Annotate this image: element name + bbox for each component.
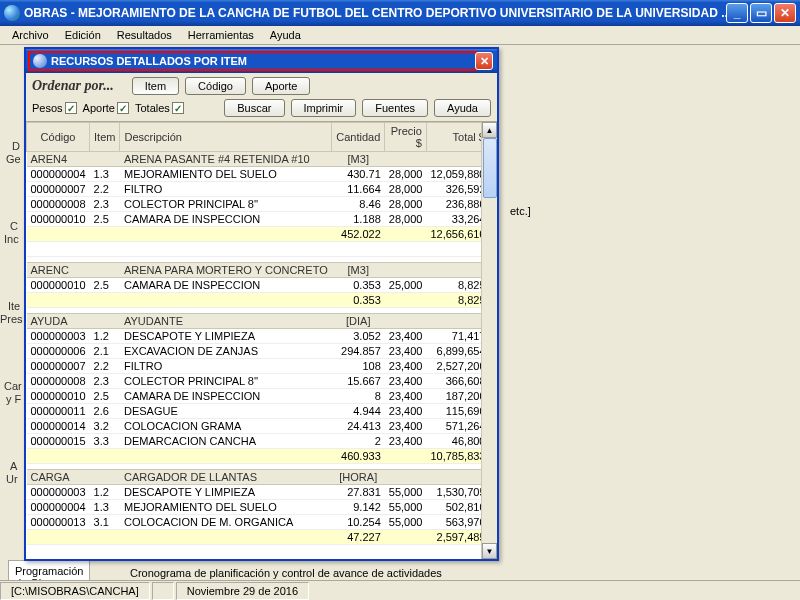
table-row[interactable]: 0000000082.3COLECTOR PRINCIPAL 8''8.4628… (27, 197, 498, 212)
header-item[interactable]: Item (90, 123, 120, 152)
header-cantidad[interactable]: Cantidad (332, 123, 385, 152)
dialog-close-button[interactable]: ✕ (475, 52, 493, 70)
menu-ayuda[interactable]: Ayuda (264, 27, 307, 43)
sort-aporte-button[interactable]: Aporte (252, 77, 310, 95)
table-row[interactable]: 0000000072.2FILTRO10823,4002,527,2001.58… (27, 359, 498, 374)
group-row[interactable]: AREN4ARENA PASANTE #4 RETENIDA #10[M3] (27, 152, 498, 167)
menubar: Archivo Edición Resultados Herramientas … (0, 26, 800, 45)
close-button[interactable]: ✕ (774, 3, 796, 23)
check-icon: ✓ (117, 102, 129, 114)
pesos-checkbox[interactable]: Pesos ✓ (32, 102, 77, 114)
table-row[interactable]: 0000000112.6DESAGUE4.94423,400115,6900.0… (27, 404, 498, 419)
status-path: [C:\MISOBRAS\CANCHA] (0, 582, 150, 600)
minimize-button[interactable]: _ (726, 3, 748, 23)
scroll-thumb[interactable] (483, 138, 497, 198)
table-row[interactable]: 0000000102.5CAMARA DE INSPECCION1.18828,… (27, 212, 498, 227)
menu-edicion[interactable]: Edición (59, 27, 107, 43)
dialog-title: RECURSOS DETALLADOS POR ITEM (51, 55, 247, 67)
selection-row (27, 242, 498, 257)
table-container: Código Item Descripción Cantidad Precio … (26, 122, 497, 559)
sort-codigo-button[interactable]: Código (185, 77, 246, 95)
scroll-up-icon[interactable]: ▲ (482, 122, 497, 138)
header-precio[interactable]: Precio $ (385, 123, 427, 152)
ordenar-label: Ordenar por... (32, 78, 114, 94)
recursos-dialog: RECURSOS DETALLADOS POR ITEM ✕ Ordenar p… (24, 47, 499, 561)
menu-archivo[interactable]: Archivo (6, 27, 55, 43)
fuentes-button[interactable]: Fuentes (362, 99, 428, 117)
menu-resultados[interactable]: Resultados (111, 27, 178, 43)
dialog-titlebar[interactable]: RECURSOS DETALLADOS POR ITEM ✕ (26, 49, 497, 73)
table-row[interactable]: 0000000102.5CAMARA DE INSPECCION823,4001… (27, 389, 498, 404)
recursos-table: Código Item Descripción Cantidad Precio … (26, 122, 497, 545)
dialog-toolbar: Ordenar por... Item Código Aporte Pesos … (26, 73, 497, 122)
scroll-down-icon[interactable]: ▼ (482, 543, 497, 559)
sort-item-button[interactable]: Item (132, 77, 179, 95)
main-window-title: OBRAS - MEJORAMIENTO DE LA CANCHA DE FUT… (24, 6, 726, 20)
dialog-icon (33, 54, 47, 68)
vertical-scrollbar[interactable]: ▲ ▼ (481, 122, 497, 559)
table-row[interactable]: 0000000102.5CAMARA DE INSPECCION0.35325,… (27, 278, 498, 293)
group-row[interactable]: ARENCARENA PARA MORTERO Y CONCRETO[M3] (27, 263, 498, 278)
subtotal-row: 460.93310,785,8336.720 (27, 449, 498, 464)
totales-checkbox[interactable]: Totales ✓ (135, 102, 184, 114)
table-row[interactable]: 0000000153.3DEMARCACION CANCHA223,40046,… (27, 434, 498, 449)
table-row[interactable]: 0000000143.2COLOCACION GRAMA24.41323,400… (27, 419, 498, 434)
subtotal-row: 47.2272,597,4851.610 (27, 530, 498, 545)
check-icon: ✓ (65, 102, 77, 114)
header-codigo[interactable]: Código (27, 123, 90, 152)
aporte-checkbox[interactable]: Aporte ✓ (83, 102, 129, 114)
main-titlebar: OBRAS - MEJORAMIENTO DE LA CANCHA DE FUT… (0, 0, 800, 26)
status-date: Noviembre 29 de 2016 (176, 582, 309, 600)
table-row[interactable]: 0000000082.3COLECTOR PRINCIPAL 8''15.667… (27, 374, 498, 389)
table-row[interactable]: 0000000062.1EXCAVACION DE ZANJAS294.8572… (27, 344, 498, 359)
ayuda-button[interactable]: Ayuda (434, 99, 491, 117)
group-row[interactable]: CARGACARGADOR DE LLANTAS[HORA] (27, 470, 498, 485)
description-text: Cronograma de planificación y control de… (130, 567, 442, 579)
status-bar: [C:\MISOBRAS\CANCHA] Noviembre 29 de 201… (0, 580, 800, 600)
table-row[interactable]: 0000000133.1COLOCACION DE M. ORGANICA10.… (27, 515, 498, 530)
maximize-button[interactable]: ▭ (750, 3, 772, 23)
subtotal-row: 0.3538,825--- (27, 293, 498, 308)
table-row[interactable]: 0000000031.2DESCAPOTE Y LIMPIEZA3.05223,… (27, 329, 498, 344)
table-row[interactable]: 0000000041.3MEJORAMIENTO DEL SUELO9.1425… (27, 500, 498, 515)
buscar-button[interactable]: Buscar (224, 99, 284, 117)
app-icon (4, 5, 20, 21)
table-row[interactable]: 0000000072.2FILTRO11.66428,000326,5920.2… (27, 182, 498, 197)
table-row[interactable]: 0000000041.3MEJORAMIENTO DEL SUELO430.71… (27, 167, 498, 182)
menu-herramientas[interactable]: Herramientas (182, 27, 260, 43)
background-text: etc.] (510, 205, 531, 217)
subtotal-row: 452.02212,656,6167.910 (27, 227, 498, 242)
group-row[interactable]: AYUDAAYUDANTE[DIA] (27, 314, 498, 329)
imprimir-button[interactable]: Imprimir (291, 99, 357, 117)
check-icon: ✓ (172, 102, 184, 114)
table-row[interactable]: 0000000031.2DESCAPOTE Y LIMPIEZA27.83155… (27, 485, 498, 500)
header-desc[interactable]: Descripción (120, 123, 332, 152)
